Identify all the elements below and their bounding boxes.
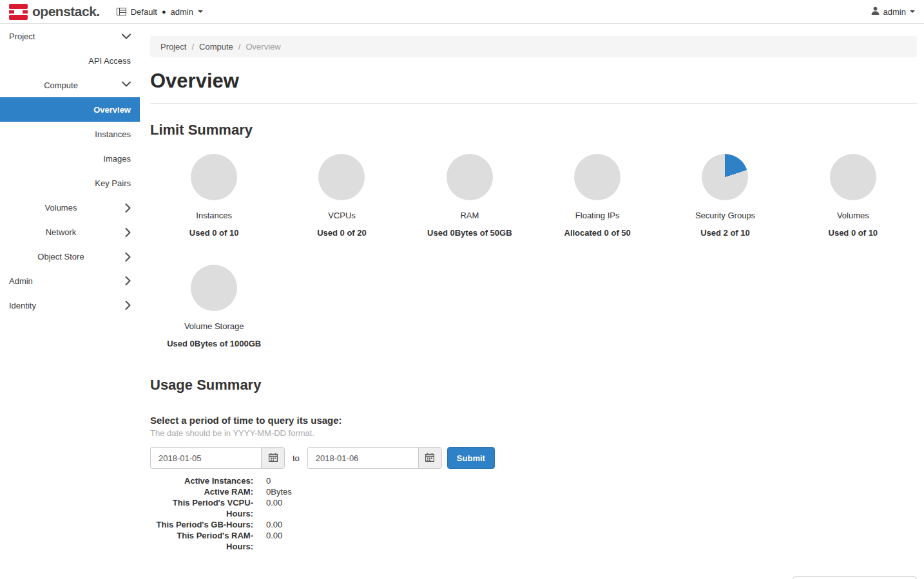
pie-chart-caption: Used 2 of 10 bbox=[700, 228, 750, 238]
sidebar-item-key-pairs[interactable]: Key Pairs bbox=[0, 171, 140, 195]
pie-chart-label: Instances bbox=[196, 211, 232, 220]
stat-label: This Period's RAM-Hours: bbox=[150, 530, 253, 552]
stat-row-active-ram: Active RAM: 0Bytes bbox=[150, 486, 917, 497]
chevron-right-icon bbox=[125, 301, 131, 310]
stat-value: 0.00 bbox=[266, 519, 282, 530]
pie-chart-caption: Used 0Bytes of 50GB bbox=[427, 228, 512, 238]
stat-row-active-instances: Active Instances: 0 bbox=[150, 475, 917, 486]
sidebar-item-identity[interactable]: Identity bbox=[0, 293, 140, 318]
sidebar-item-label: Overview bbox=[93, 105, 131, 115]
date-from-group bbox=[150, 447, 285, 469]
period-prompt: Select a period of time to query its usa… bbox=[150, 415, 917, 426]
sidebar-item-label: Key Pairs bbox=[95, 178, 131, 188]
download-csv-button[interactable]: Download CSV Summary bbox=[793, 576, 917, 579]
pie-chart-caption: Used 0 of 20 bbox=[317, 228, 367, 238]
chevron-down-icon bbox=[122, 33, 131, 39]
pie-chart-ram bbox=[447, 154, 493, 200]
pie-chart-vcpus bbox=[318, 154, 365, 200]
stat-value: 0 bbox=[266, 475, 271, 486]
user-menu[interactable]: admin bbox=[871, 6, 915, 17]
sidebar-item-api-access[interactable]: API Access bbox=[0, 48, 140, 73]
breadcrumb-compute[interactable]: Compute bbox=[199, 42, 233, 52]
pie-chart-volumes bbox=[830, 154, 876, 200]
pie-chart-label: Security Groups bbox=[695, 211, 755, 220]
pie-chart-caption: Used 0Bytes of 1000GB bbox=[167, 339, 261, 348]
stat-row-gb-hours: This Period's GB-Hours: 0.00 bbox=[150, 519, 917, 530]
domain-label: Default bbox=[131, 7, 157, 17]
limit-summary-heading: Limit Summary bbox=[150, 122, 917, 138]
stat-label: This Period's VCPU-Hours: bbox=[150, 497, 253, 519]
date-to-input[interactable] bbox=[307, 447, 418, 469]
project-label: admin bbox=[171, 7, 193, 17]
date-from-calendar-addon[interactable] bbox=[261, 447, 285, 469]
sidebar-item-volumes[interactable]: Volumes bbox=[0, 195, 140, 220]
sidebar-item-project[interactable]: Project bbox=[0, 24, 140, 48]
breadcrumb-separator: / bbox=[191, 42, 194, 52]
stat-value: 0.00 bbox=[266, 497, 282, 519]
sidebar-item-images[interactable]: Images bbox=[0, 146, 140, 171]
submit-button[interactable]: Submit bbox=[447, 447, 495, 469]
usage-table-header: Usage Download CSV Summary bbox=[150, 576, 917, 579]
limit-chart-volume-storage: Volume Storage Used 0Bytes of 1000GB bbox=[150, 254, 278, 348]
stat-row-ram-hours: This Period's RAM-Hours: 0.00 bbox=[150, 530, 917, 552]
sidebar-item-object-store[interactable]: Object Store bbox=[0, 244, 140, 269]
pie-chart-label: VCPUs bbox=[328, 211, 356, 220]
brand-logo[interactable]: openstack. bbox=[9, 4, 100, 20]
sidebar-item-label: API Access bbox=[88, 56, 131, 66]
sidebar-item-label: Volumes bbox=[45, 203, 77, 213]
sidebar-item-label: Compute bbox=[44, 81, 78, 90]
pie-chart-security-groups bbox=[702, 154, 748, 200]
user-name: admin bbox=[883, 7, 906, 17]
brand-wordmark: openstack. bbox=[32, 4, 100, 19]
sidebar: Project API Access Compute Overview Inst… bbox=[0, 24, 140, 579]
openstack-logo-icon bbox=[9, 4, 28, 20]
limit-chart-volumes: Volumes Used 0 of 10 bbox=[789, 144, 917, 238]
breadcrumb-project[interactable]: Project bbox=[160, 42, 186, 52]
limit-summary-charts: Instances Used 0 of 10 VCPUs Used 0 of 2… bbox=[150, 144, 917, 348]
chevron-right-icon bbox=[125, 228, 131, 237]
pie-chart-label: Volume Storage bbox=[184, 321, 244, 331]
limit-chart-floating-ips: Floating IPs Allocated 0 of 50 bbox=[534, 144, 661, 238]
limit-chart-instances: Instances Used 0 of 10 bbox=[150, 144, 278, 238]
stat-value: 0.00 bbox=[266, 530, 282, 552]
breadcrumb: Project / Compute / Overview bbox=[150, 36, 917, 57]
chevron-down-icon bbox=[122, 81, 131, 87]
domain-project-switcher[interactable]: Default ● admin bbox=[117, 7, 203, 17]
page-title: Overview bbox=[150, 70, 917, 93]
stat-label: Active RAM: bbox=[150, 486, 253, 497]
sidebar-item-instances[interactable]: Instances bbox=[0, 122, 140, 146]
pie-chart-label: Volumes bbox=[837, 211, 869, 220]
usage-stats: Active Instances: 0 Active RAM: 0Bytes T… bbox=[150, 475, 917, 552]
sidebar-item-network[interactable]: Network bbox=[0, 220, 140, 244]
sidebar-item-compute[interactable]: Compute bbox=[0, 73, 140, 97]
to-label: to bbox=[293, 453, 300, 463]
pie-chart-volume-storage bbox=[191, 265, 237, 311]
stat-label: This Period's GB-Hours: bbox=[150, 519, 253, 530]
stat-label: Active Instances: bbox=[150, 475, 253, 486]
pie-chart-floating-ips bbox=[574, 154, 621, 200]
sidebar-item-label: Identity bbox=[9, 301, 36, 310]
chevron-right-icon bbox=[125, 204, 131, 213]
pie-chart-caption: Used 0 of 10 bbox=[829, 228, 878, 238]
pie-chart-label: RAM bbox=[460, 211, 479, 220]
limit-chart-ram: RAM Used 0Bytes of 50GB bbox=[406, 144, 534, 238]
period-help-text: The date should be in YYYY-MM-DD format. bbox=[150, 428, 917, 438]
usage-summary-heading: Usage Summary bbox=[150, 377, 917, 394]
th-list-icon bbox=[117, 8, 126, 15]
sidebar-item-admin[interactable]: Admin bbox=[0, 269, 140, 293]
sidebar-item-label: Images bbox=[103, 154, 131, 164]
breadcrumb-overview: Overview bbox=[245, 42, 280, 52]
date-from-input[interactable] bbox=[150, 447, 261, 469]
sidebar-item-label: Object Store bbox=[37, 252, 84, 261]
breadcrumb-separator: / bbox=[238, 42, 241, 52]
pie-chart-caption: Allocated 0 of 50 bbox=[564, 228, 631, 238]
pie-chart-instances bbox=[191, 154, 237, 200]
date-to-calendar-addon[interactable] bbox=[418, 447, 442, 469]
limit-chart-security-groups: Security Groups Used 2 of 10 bbox=[661, 144, 789, 238]
separator-dot: ● bbox=[162, 8, 166, 15]
calendar-icon bbox=[425, 453, 434, 464]
pie-chart-label: Floating IPs bbox=[575, 211, 620, 220]
stat-value: 0Bytes bbox=[266, 486, 292, 497]
sidebar-item-overview[interactable]: Overview bbox=[0, 97, 140, 122]
chevron-right-icon bbox=[125, 252, 131, 261]
